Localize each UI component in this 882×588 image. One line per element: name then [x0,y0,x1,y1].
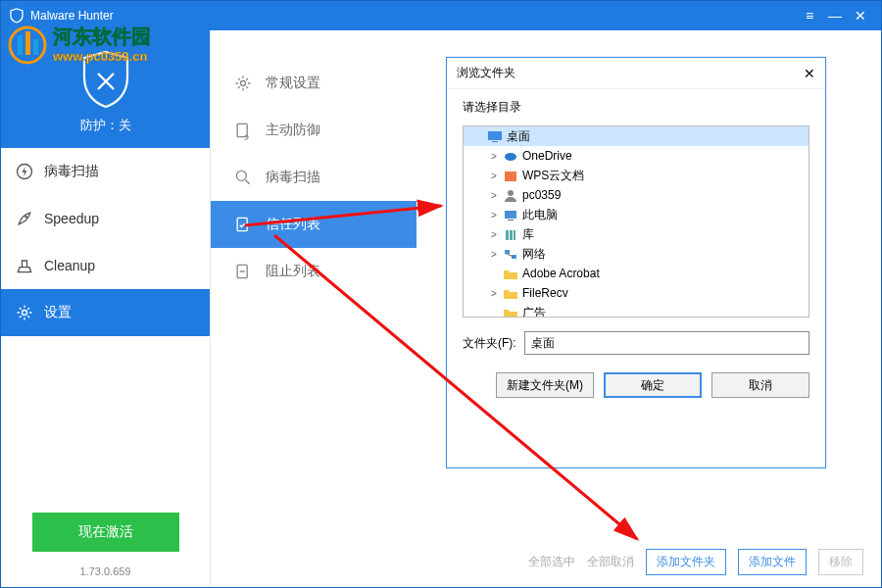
tree-node[interactable]: >WPS云文档 [464,166,808,185]
svg-rect-19 [514,230,515,240]
nav-item-speedup[interactable]: Speedup [1,195,210,242]
expand-icon[interactable]: > [489,249,499,260]
user-icon [503,188,518,202]
tree-label: WPS云文档 [522,168,584,184]
tree-node[interactable]: Adobe Acrobat [464,264,808,283]
tree-node[interactable]: >pc0359 [464,185,808,205]
folder-icon [503,286,518,300]
svg-rect-13 [505,172,516,181]
tree-node[interactable]: 广告 [464,303,808,318]
expand-icon[interactable]: > [489,151,499,162]
app-title: Malware Hunter [30,9,797,23]
folder-icon [503,306,518,318]
expand-icon[interactable]: > [489,210,499,220]
expand-icon[interactable] [473,131,483,142]
sidebar: 防护：关 病毒扫描SpeedupCleanup设置 现在激活 1.73.0.65… [1,30,211,587]
titlebar: Malware Hunter ≡ — ✕ [1,1,881,30]
svg-rect-4 [237,123,247,136]
tree-node[interactable]: >库 [464,224,808,244]
tree-label: FileRecv [522,286,568,300]
svg-rect-7 [237,218,247,230]
nav-label: Cleanup [44,258,95,273]
svg-rect-11 [492,141,498,142]
expand-icon[interactable] [489,308,499,318]
nav-item-病毒扫描[interactable]: 病毒扫描 [1,148,210,195]
cloud-icon [503,149,518,163]
doc-block-icon [232,261,254,282]
settings-nav-gear[interactable]: 常规设置 [211,60,416,107]
svg-line-6 [246,180,250,184]
settings-nav-label: 病毒扫描 [266,169,320,186]
svg-point-2 [23,311,27,316]
settings-nav-label: 主动防御 [266,122,320,139]
rocket-icon [15,209,34,228]
expand-icon[interactable]: > [489,171,499,181]
close-button[interactable]: ✕ [848,8,873,24]
tree-label: 广告 [522,305,546,318]
shield-icon [78,48,133,111]
wps-icon [503,169,518,182]
settings-nav-magnify[interactable]: 病毒扫描 [211,154,416,201]
new-folder-button[interactable]: 新建文件夹(M) [496,372,594,398]
desktop-icon [487,129,503,143]
select-all-button[interactable]: 全部选中 [528,554,575,570]
version-label: 1.73.0.659 [1,565,210,577]
app-logo-icon [9,8,24,24]
nav-item-设置[interactable]: 设置 [1,289,210,336]
dialog-close-icon[interactable]: ✕ [804,66,815,81]
add-file-button[interactable]: 添加文件 [738,549,807,575]
net-icon [503,247,518,261]
tree-node[interactable]: >此电脑 [464,205,808,224]
svg-rect-18 [510,230,513,240]
lib-icon [503,227,518,241]
settings-nav-doc-block[interactable]: 阻止列表 [211,248,416,295]
tree-label: OneDrive [522,149,572,163]
tree-node[interactable]: 桌面 [464,126,808,146]
settings-nav-doc-check[interactable]: 信任列表 [211,201,416,248]
dialog-subtitle: 请选择目录 [447,89,825,122]
settings-nav-shield-doc[interactable]: 主动防御 [211,107,416,154]
nav-label: 设置 [44,304,72,321]
add-folder-button[interactable]: 添加文件夹 [646,549,726,575]
nav-label: 病毒扫描 [44,163,99,180]
svg-rect-17 [506,230,509,240]
svg-point-3 [241,81,246,86]
nav-item-cleanup[interactable]: Cleanup [1,242,210,289]
browse-folder-dialog: 浏览文件夹 ✕ 请选择目录 桌面>OneDrive>WPS云文档>pc0359>… [446,57,826,468]
tree-node[interactable]: >网络 [464,244,808,264]
gear-icon [15,303,34,322]
tree-node[interactable]: >FileRecv [464,283,808,303]
expand-icon[interactable] [489,269,499,279]
folder-name-input[interactable] [524,331,809,355]
svg-rect-16 [508,220,514,220]
svg-point-1 [24,216,27,219]
folder-field-label: 文件夹(F): [463,335,516,352]
expand-icon[interactable]: > [489,229,499,240]
protection-status-text: 防护：关 [80,117,131,134]
settings-nav-label: 常规设置 [266,74,320,92]
svg-point-14 [508,190,514,196]
tree-label: 网络 [522,246,546,263]
svg-rect-20 [505,250,510,254]
deselect-all-button[interactable]: 全部取消 [587,554,634,570]
svg-point-5 [236,171,246,180]
doc-check-icon [232,214,254,235]
remove-button[interactable]: 移除 [818,549,863,575]
activate-button[interactable]: 现在激活 [32,513,179,552]
expand-icon[interactable]: > [489,190,499,201]
minimize-button[interactable]: — [822,8,848,24]
tree-label: 此电脑 [522,207,558,223]
nav-label: Speedup [44,211,99,226]
tree-label: 库 [522,226,534,243]
expand-icon[interactable]: > [489,288,499,299]
tree-label: 桌面 [507,128,530,145]
bottom-toolbar: 全部选中 全部取消 添加文件夹 添加文件 移除 [416,549,881,575]
settings-sidebar: 常规设置主动防御病毒扫描信任列表阻止列表 [211,30,416,587]
ok-button[interactable]: 确定 [604,372,702,398]
svg-rect-10 [488,131,502,140]
menu-button[interactable]: ≡ [797,8,822,24]
cancel-button[interactable]: 取消 [711,372,809,398]
tree-node[interactable]: >OneDrive [464,146,808,166]
tree-label: pc0359 [522,188,561,202]
folder-tree[interactable]: 桌面>OneDrive>WPS云文档>pc0359>此电脑>库>网络 Adobe… [463,125,809,318]
